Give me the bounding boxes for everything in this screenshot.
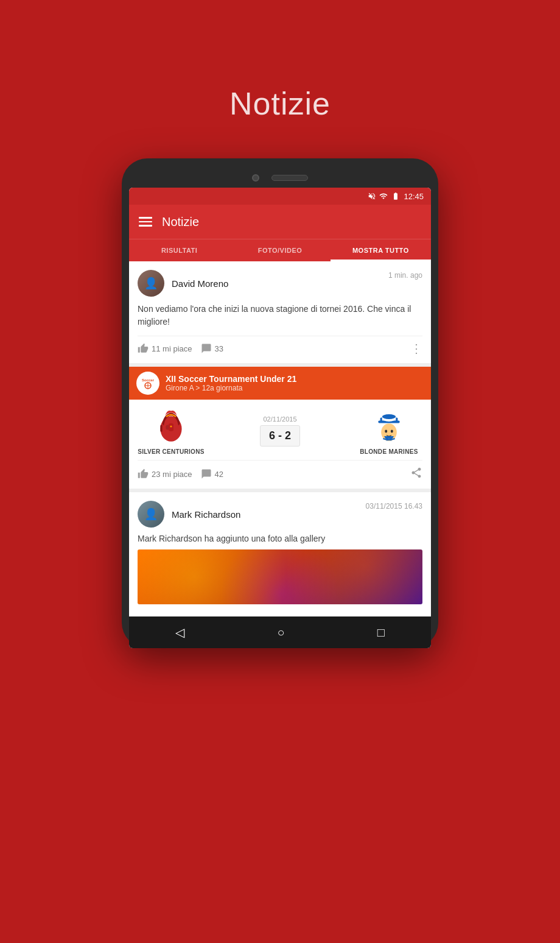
status-icons: 12:45: [368, 192, 424, 201]
score-badge: 6 - 2: [260, 425, 300, 447]
nav-recents-button[interactable]: □: [377, 626, 385, 640]
background-title: Notizie: [229, 85, 331, 122]
post-actions-1: 11 mi piace 33 ⋮: [138, 336, 422, 355]
status-time: 12:45: [404, 192, 424, 201]
more-options-1[interactable]: ⋮: [410, 342, 422, 355]
home-team-crest: [152, 407, 191, 446]
match-comment-button[interactable]: 42: [201, 468, 223, 479]
post-author-block-1: 👤 David Moreno: [138, 270, 228, 297]
post-header-1: 👤 David Moreno 1 min. ago: [138, 270, 422, 297]
author-name-1: David Moreno: [172, 278, 228, 289]
nav-bar: ◁ ○ □: [129, 616, 431, 648]
feed: 👤 David Moreno 1 min. ago Non vediamo l'…: [129, 261, 431, 613]
svg-text:Soccer: Soccer: [142, 378, 155, 382]
avatar-david-moreno: 👤: [138, 270, 164, 297]
post-card-2: 👤 Mark Richardson 03/11/2015 16.43 Mark …: [129, 492, 431, 613]
like-icon-1: [138, 343, 149, 354]
phone-screen: 12:45 Notizie RISULTATI FOTO/VIDEO MOSTR…: [129, 188, 431, 648]
match-actions: 23 mi piace 42: [138, 460, 422, 481]
nav-back-button[interactable]: ◁: [175, 625, 184, 640]
match-like-count: 23 mi piace: [152, 470, 192, 479]
earpiece-speaker: [271, 175, 308, 181]
tournament-title: XII Soccer Tournament Under 21: [166, 374, 296, 384]
match-header: Soccer XII Soccer Tournament Under 21 Gi…: [129, 367, 431, 400]
home-team-block: SILVER CENTURIONS: [138, 407, 205, 455]
author-name-2: Mark Richardson: [172, 509, 240, 520]
match-like-button[interactable]: 23 mi piace: [138, 468, 192, 479]
phone-top: [129, 169, 431, 188]
match-row: SILVER CENTURIONS 02/11/2015 6 - 2: [138, 407, 422, 455]
match-subtitle: Girone A > 12a giornata: [166, 384, 296, 392]
match-date: 02/11/2015: [263, 415, 296, 423]
hamburger-menu-icon[interactable]: [139, 217, 152, 227]
timestamp-2: 03/11/2015 16.43: [366, 502, 422, 510]
tab-mostra-tutto[interactable]: MOSTRA TUTTO: [331, 239, 431, 261]
photo-preview: [138, 549, 422, 604]
svg-point-7: [170, 425, 172, 427]
svg-point-14: [385, 430, 387, 433]
mute-icon: [368, 192, 376, 200]
post-text-2: Mark Richardson ha aggiunto una foto all…: [138, 534, 422, 543]
comment-button-1[interactable]: 33: [201, 343, 223, 354]
score-block: 02/11/2015 6 - 2: [260, 415, 300, 447]
signal-icon: [379, 192, 388, 200]
match-like-icon: [138, 468, 149, 479]
match-tournament-info: XII Soccer Tournament Under 21 Girone A …: [166, 374, 296, 392]
front-camera: [252, 174, 259, 182]
match-comment-count: 42: [215, 470, 223, 479]
tournament-logo: Soccer: [136, 372, 159, 395]
post-author-block-2: 👤 Mark Richardson: [138, 501, 240, 528]
post-text-1: Non vediamo l'ora che inizi la nuova sta…: [138, 303, 422, 328]
away-team-crest: [369, 407, 408, 446]
author-info-1: David Moreno: [172, 278, 228, 289]
timestamp-1: 1 min. ago: [388, 271, 422, 280]
like-button-1[interactable]: 11 mi piace: [138, 343, 192, 354]
away-team-name: BLONDE MARINES: [360, 448, 418, 455]
tab-risultati[interactable]: RISULTATI: [129, 239, 229, 261]
match-comment-icon: [201, 468, 212, 479]
away-team-block: BLONDE MARINES: [355, 407, 422, 455]
nav-home-button[interactable]: ○: [277, 626, 284, 640]
status-bar: 12:45: [129, 188, 431, 205]
match-content: SILVER CENTURIONS 02/11/2015 6 - 2: [129, 400, 431, 489]
svg-point-15: [391, 430, 393, 433]
toolbar-title: Notizie: [162, 215, 199, 229]
share-button[interactable]: [410, 467, 422, 481]
share-icon: [410, 467, 422, 479]
phone-device: 12:45 Notizie RISULTATI FOTO/VIDEO MOSTR…: [122, 158, 438, 648]
avatar-mark-richardson: 👤: [138, 501, 164, 528]
comment-icon-1: [201, 343, 212, 354]
post-header-2: 👤 Mark Richardson 03/11/2015 16.43: [138, 501, 422, 528]
post-card-1: 👤 David Moreno 1 min. ago Non vediamo l'…: [129, 261, 431, 363]
match-card: Soccer XII Soccer Tournament Under 21 Gi…: [129, 367, 431, 489]
comment-count-1: 33: [215, 344, 223, 353]
author-info-2: Mark Richardson: [172, 509, 240, 520]
photo-sparkles-overlay: [138, 549, 422, 604]
battery-icon: [391, 192, 401, 200]
svg-point-13: [382, 414, 396, 419]
home-team-name: SILVER CENTURIONS: [138, 448, 204, 455]
tab-bar: RISULTATI FOTO/VIDEO MOSTRA TUTTO: [129, 239, 431, 261]
toolbar: Notizie: [129, 205, 431, 239]
like-count-1: 11 mi piace: [152, 344, 192, 353]
tab-foto-video[interactable]: FOTO/VIDEO: [229, 239, 330, 261]
